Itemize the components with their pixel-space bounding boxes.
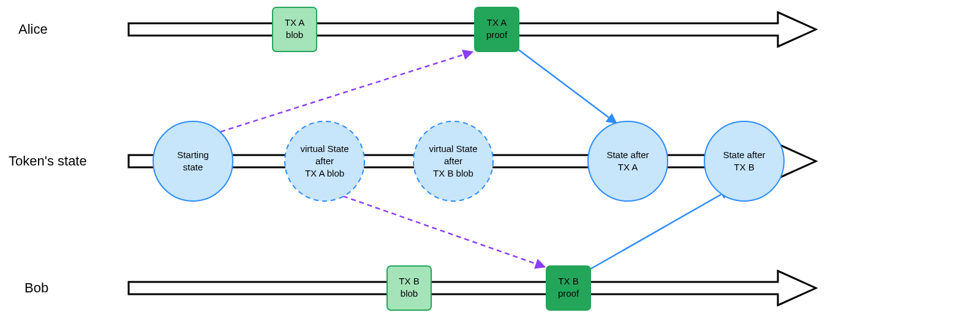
txa-blob-box: TX A blob bbox=[273, 7, 317, 51]
state-va-l2: after bbox=[315, 156, 334, 166]
arrow-txb-proof-to-state-b bbox=[589, 190, 729, 270]
state-starting-l2: state bbox=[183, 162, 203, 172]
txb-proof-line1: TX B bbox=[558, 276, 578, 286]
state-aa-l2: TX A bbox=[618, 162, 638, 172]
timeline-alice bbox=[129, 12, 816, 47]
state-ab-l2: TX B bbox=[734, 162, 754, 172]
svg-point-8 bbox=[704, 121, 784, 201]
txb-blob-line1: TX B bbox=[399, 276, 419, 286]
txa-proof-line1: TX A bbox=[487, 17, 507, 28]
txb-proof-line2: proof bbox=[558, 288, 579, 298]
state-va-l3: TX A blob bbox=[305, 168, 344, 178]
lane-label-alice: Alice bbox=[18, 21, 48, 37]
state-virtual-a: virtual State after TX A blob bbox=[285, 121, 364, 201]
diagram-root: Alice Token's state Bob TX A blob TX A p… bbox=[0, 0, 980, 323]
state-after-b: State after TX B bbox=[704, 121, 784, 201]
txb-blob-line2: blob bbox=[401, 288, 418, 298]
txa-blob-line1: TX A bbox=[285, 17, 305, 28]
state-starting-l1: Starting bbox=[177, 150, 209, 160]
arrow-txa-proof-to-state-a bbox=[518, 49, 616, 123]
state-vb-l2: after bbox=[444, 156, 462, 166]
svg-point-7 bbox=[588, 121, 668, 201]
txa-proof-line2: proof bbox=[486, 29, 508, 40]
state-virtual-b: virtual State after TX B blob bbox=[413, 121, 493, 201]
txb-blob-box: TX B blob bbox=[387, 266, 431, 310]
state-aa-l1: State after bbox=[606, 150, 649, 160]
state-vb-l1: virtual State bbox=[429, 143, 477, 154]
state-starting: Starting state bbox=[153, 121, 233, 201]
arrow-vstate-a-to-txb-proof bbox=[343, 196, 544, 267]
state-after-a: State after TX A bbox=[588, 121, 668, 201]
txb-proof-box: TX B proof bbox=[546, 266, 590, 310]
state-vb-l3: TX B blob bbox=[433, 168, 473, 178]
lane-label-bob: Bob bbox=[24, 280, 48, 295]
state-ab-l1: State after bbox=[723, 150, 765, 160]
state-va-l1: virtual State bbox=[300, 143, 349, 154]
arrow-start-to-txa-proof bbox=[221, 52, 472, 132]
txa-blob-line2: blob bbox=[286, 29, 303, 40]
txa-proof-box: TX A proof bbox=[475, 7, 519, 51]
timeline-bob bbox=[129, 271, 816, 305]
svg-point-4 bbox=[153, 121, 233, 201]
lane-label-token: Token's state bbox=[9, 153, 87, 169]
